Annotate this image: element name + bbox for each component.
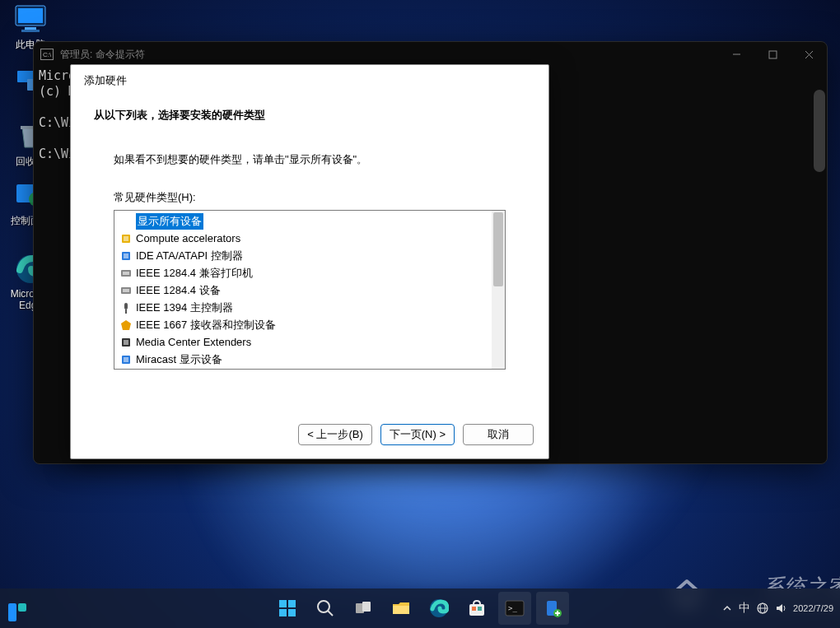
cmd-taskbar-button[interactable]: >_ (498, 592, 531, 625)
task-view-button[interactable] (347, 592, 380, 625)
tray-clock[interactable]: 2022/7/29 (793, 603, 833, 614)
svg-rect-43 (478, 607, 482, 611)
network-tray-icon[interactable] (757, 602, 768, 614)
svg-rect-30 (18, 603, 26, 612)
list-item[interactable]: IEEE 1667 接收器和控制设备 (116, 316, 503, 333)
hardware-type-icon (119, 267, 133, 280)
svg-rect-2 (25, 27, 36, 30)
list-item-label: Miracast 显示设备 (136, 352, 222, 367)
svg-rect-33 (279, 609, 287, 616)
listbox-label: 常见硬件类型(H): (114, 190, 506, 205)
list-item-label: IEEE 1284.4 兼容打印机 (136, 266, 253, 281)
svg-rect-32 (288, 600, 296, 607)
hardware-type-icon (119, 249, 133, 263)
cmd-title-text: 管理员: 命令提示符 (60, 48, 145, 62)
svg-rect-28 (124, 357, 128, 362)
svg-rect-22 (123, 289, 129, 292)
add-hardware-dialog: 添加硬件 从以下列表，选择要安装的硬件类型 如果看不到想要的硬件类型，请单击"显… (70, 64, 549, 459)
cmd-titlebar[interactable]: C:\ 管理员: 命令提示符 (34, 42, 827, 67)
svg-rect-12 (769, 51, 777, 58)
dialog-instruction: 如果看不到想要的硬件类型，请单击"显示所有设备"。 (114, 152, 506, 167)
svg-rect-20 (123, 272, 129, 275)
edge-taskbar-button[interactable] (422, 592, 455, 625)
svg-rect-39 (393, 606, 409, 614)
hardware-type-icon (119, 284, 133, 297)
svg-rect-23 (124, 303, 128, 309)
svg-rect-31 (279, 600, 287, 607)
minimize-button[interactable] (718, 42, 754, 67)
svg-rect-42 (472, 607, 476, 611)
hardware-type-icon (119, 336, 133, 349)
cmd-icon: C:\ (40, 49, 54, 60)
tray-date: 2022/7/29 (793, 603, 833, 614)
svg-rect-26 (124, 340, 128, 345)
list-item-label: IEEE 1284.4 设备 (136, 283, 221, 298)
list-item[interactable]: IEEE 1394 主控制器 (116, 299, 503, 316)
chevron-up-icon[interactable] (722, 603, 732, 613)
next-button[interactable]: 下一页(N) > (380, 424, 455, 445)
monitor-icon (12, 3, 49, 35)
svg-rect-29 (8, 603, 16, 621)
list-item-label: IEEE 1667 接收器和控制设备 (136, 318, 276, 333)
hardware-type-icon (119, 353, 133, 366)
dialog-title: 添加硬件 (71, 65, 548, 88)
widgets-button[interactable] (7, 592, 41, 625)
svg-rect-18 (124, 254, 128, 258)
volume-icon[interactable] (775, 602, 786, 614)
list-item-label: Compute accelerators (136, 232, 240, 244)
hardware-type-icon (119, 232, 133, 245)
listbox-scrollbar-thumb[interactable] (493, 212, 503, 286)
list-item[interactable]: IEEE 1284.4 兼容打印机 (116, 264, 503, 281)
svg-point-35 (318, 601, 329, 612)
hardware-type-icon (119, 301, 133, 314)
list-item[interactable]: 显示所有设备 (116, 212, 503, 230)
svg-line-36 (328, 611, 333, 616)
start-button[interactable] (271, 592, 304, 625)
hardware-type-listbox[interactable]: 显示所有设备Compute acceleratorsIDE ATA/ATAPI … (114, 210, 506, 370)
maximize-button[interactable] (754, 42, 791, 67)
list-item[interactable]: Media Center Extenders (116, 333, 503, 351)
svg-text:>_: >_ (508, 604, 517, 612)
cancel-button[interactable]: 取消 (463, 424, 534, 445)
list-item[interactable]: IDE ATA/ATAPI 控制器 (116, 247, 503, 264)
close-button[interactable] (791, 42, 827, 67)
cmd-scrollbar[interactable] (814, 90, 825, 172)
svg-rect-3 (21, 30, 40, 32)
svg-rect-41 (469, 604, 484, 616)
svg-rect-38 (362, 602, 371, 612)
hardware-type-icon (119, 215, 133, 228)
svg-rect-34 (288, 609, 296, 616)
list-item-label: Media Center Extenders (136, 336, 251, 348)
search-button[interactable] (309, 592, 342, 625)
list-item[interactable]: IEEE 1284.4 设备 (116, 281, 503, 299)
add-hardware-taskbar-button[interactable] (536, 592, 569, 625)
svg-rect-1 (18, 8, 43, 23)
list-item-label: IEEE 1394 主控制器 (136, 300, 233, 315)
hardware-type-icon (119, 319, 133, 332)
explorer-button[interactable] (385, 592, 418, 625)
list-item-label: IDE ATA/ATAPI 控制器 (136, 249, 243, 263)
list-item[interactable]: Compute accelerators (116, 230, 503, 247)
svg-rect-16 (124, 236, 128, 241)
taskbar: >_ 中 2022/7/29 (0, 588, 840, 628)
dialog-header: 从以下列表，选择要安装的硬件类型 (71, 88, 548, 152)
list-item[interactable]: Miracast 显示设备 (116, 351, 503, 368)
listbox-scrollbar-track[interactable] (492, 211, 505, 369)
system-tray[interactable]: 中 2022/7/29 (722, 588, 833, 628)
list-item-label: 显示所有设备 (136, 213, 203, 230)
ime-icon[interactable]: 中 (739, 601, 750, 616)
store-button[interactable] (460, 592, 493, 625)
back-button[interactable]: < 上一步(B) (298, 424, 372, 445)
